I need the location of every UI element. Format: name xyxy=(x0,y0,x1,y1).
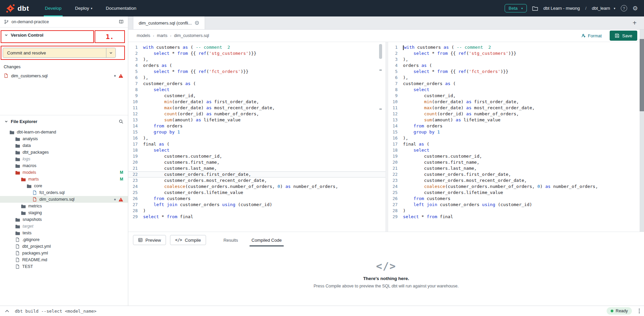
code-line-10[interactable]: 10 min(order_date) as first_order_date, xyxy=(128,99,385,105)
file-explorer-header[interactable]: File Explorer xyxy=(0,115,128,127)
tree-item-README.md[interactable]: README.md xyxy=(0,256,128,263)
code-line-10[interactable]: 10 min(order_date) as first_order_date, xyxy=(388,99,644,105)
code-line-17[interactable]: 17final as ( xyxy=(128,141,385,147)
code-line-27[interactable]: 27 left join customer_orders using (cust… xyxy=(388,202,644,208)
breadcrumb-marts[interactable]: marts xyxy=(157,33,167,38)
code-line-13[interactable]: 13 sum(amount) as lifetime_value xyxy=(388,117,644,123)
save-button[interactable]: Save xyxy=(610,31,637,41)
code-line-12[interactable]: 12 count(order_id) as number_of_orders, xyxy=(388,111,644,117)
code-line-6[interactable]: 6), xyxy=(388,75,644,81)
preview-button[interactable]: Preview xyxy=(133,235,166,245)
code-line-28[interactable]: 28) xyxy=(128,208,385,214)
code-line-14[interactable]: 14 from orders xyxy=(128,123,385,129)
tree-item-target[interactable]: target xyxy=(0,223,128,230)
search-icon[interactable] xyxy=(118,119,124,124)
status-badge[interactable]: Ready xyxy=(607,307,632,315)
command-input[interactable]: dbt build --select <model_name> xyxy=(15,309,601,314)
editor-pane-right[interactable]: 1with customers as ( -- comment 22 selec… xyxy=(388,42,644,232)
code-line-5[interactable]: 5 select * from {{ ref('fct_orders')}} xyxy=(128,69,385,75)
code-line-11[interactable]: 11 max(order_date) as most_recent_order_… xyxy=(388,105,644,111)
tab-dim-customers[interactable]: dim_customers.sql (confli... xyxy=(133,16,205,29)
tree-item-marts[interactable]: martsM xyxy=(0,176,128,183)
code-line-3[interactable]: 3), xyxy=(388,56,644,63)
code-line-9[interactable]: 9 customer_id, xyxy=(128,93,385,99)
tree-item-metrics[interactable]: metrics xyxy=(0,203,128,209)
account-name[interactable]: dbt Learn - mwong xyxy=(543,6,580,11)
commit-and-resolve-button[interactable]: Commit and resolve xyxy=(3,48,116,58)
code-line-28[interactable]: 28) xyxy=(388,208,644,214)
code-line-25[interactable]: 25 customer_orders.lifetime_value xyxy=(388,190,644,196)
code-line-1[interactable]: 1with customers as ( -- comment 2 xyxy=(388,44,644,50)
code-line-11[interactable]: 11 max(order_date) as most_recent_order_… xyxy=(128,105,385,111)
new-tab-button[interactable]: + xyxy=(633,19,637,26)
code-line-23[interactable]: 23 customer_orders.most_recent_order_dat… xyxy=(388,177,644,184)
code-line-8[interactable]: 8 select xyxy=(388,87,644,93)
tree-item-dbt_packages[interactable]: dbt_packages xyxy=(0,149,128,156)
code-line-5[interactable]: 5 select * from {{ ref('fct_orders')}} xyxy=(388,69,644,75)
page-scrollbar[interactable] xyxy=(640,30,644,232)
code-line-4[interactable]: 4orders as ( xyxy=(388,63,644,69)
nav-develop[interactable]: Develop xyxy=(44,0,63,16)
kebab-menu-icon[interactable] xyxy=(639,308,640,314)
tree-item-logs[interactable]: logs xyxy=(0,156,128,162)
compile-button[interactable]: </> Compile xyxy=(170,235,206,245)
code-line-2[interactable]: 2 select * from {{ ref('stg_customers')}… xyxy=(388,50,644,56)
code-line-22[interactable]: 22 customer_orders.first_order_date, xyxy=(388,171,644,177)
scrollbar-thumb[interactable] xyxy=(379,44,382,59)
code-line-1[interactable]: 1with customers as ( -- comment 2 xyxy=(128,44,385,50)
code-line-6[interactable]: 6), xyxy=(128,75,385,81)
code-line-23[interactable]: 23 customer_orders.most_recent_order_dat… xyxy=(128,177,385,184)
code-line-19[interactable]: 19 customers.customer_id, xyxy=(388,153,644,159)
breadcrumb-models[interactable]: models xyxy=(137,33,150,38)
code-line-21[interactable]: 21 customers.last_name, xyxy=(128,165,385,171)
code-line-22[interactable]: 22 customer_orders.first_order_date, xyxy=(128,171,385,177)
code-line-15[interactable]: 15 group by 1 xyxy=(388,129,644,135)
code-line-7[interactable]: 7customer_orders as ( xyxy=(128,81,385,87)
tree-item-snapshots[interactable]: snapshots xyxy=(0,216,128,223)
tree-item-fct_orders.sql[interactable]: fct_orders.sql xyxy=(0,189,128,196)
code-line-18[interactable]: 18 select xyxy=(128,147,385,153)
code-line-20[interactable]: 20 customers.first_name, xyxy=(388,159,644,165)
code-line-24[interactable]: 24 coalesce(customer_orders.number_of_or… xyxy=(128,184,385,190)
code-line-4[interactable]: 4orders as ( xyxy=(128,63,385,69)
code-line-18[interactable]: 18 select xyxy=(388,147,644,153)
settings-gear-icon[interactable]: ⚙ xyxy=(633,5,638,11)
tree-item-dim_customers.sql[interactable]: dim_customers.sql xyxy=(0,196,128,203)
code-line-15[interactable]: 15 group by 1 xyxy=(128,129,385,135)
beta-toggle[interactable]: Beta▾ xyxy=(505,4,527,12)
code-line-24[interactable]: 24 coalesce(customer_orders.number_of_or… xyxy=(388,184,644,190)
dbt-logo[interactable]: dbt xyxy=(6,4,29,13)
branch-row[interactable]: on-demand-practice xyxy=(0,16,128,28)
tree-item-staging[interactable]: staging xyxy=(0,209,128,216)
tree-item-models[interactable]: modelsM xyxy=(0,169,128,176)
code-line-2[interactable]: 2 select * from {{ ref('stg_customers')}… xyxy=(128,50,385,56)
code-line-21[interactable]: 21 customers.last_name, xyxy=(388,165,644,171)
code-line-13[interactable]: 13 sum(amount) as lifetime_value xyxy=(128,117,385,123)
code-line-19[interactable]: 19 customers.customer_id, xyxy=(128,153,385,159)
tab-compiled-code[interactable]: Compiled Code xyxy=(251,236,282,245)
tree-item-data[interactable]: data xyxy=(0,142,128,149)
version-control-header[interactable]: Version Control xyxy=(0,28,128,42)
nav-deploy[interactable]: Deploy▾ xyxy=(74,0,94,16)
commit-options-chevron[interactable] xyxy=(106,48,115,57)
code-line-9[interactable]: 9 customer_id, xyxy=(388,93,644,99)
code-line-3[interactable]: 3), xyxy=(128,56,385,63)
code-line-20[interactable]: 20 customers.first_name, xyxy=(128,159,385,165)
pane-divider[interactable] xyxy=(385,42,388,232)
changed-file-row[interactable]: dim_customers.sql xyxy=(0,72,128,79)
nav-documentation[interactable]: Documentation xyxy=(105,0,137,16)
docs-book-icon[interactable] xyxy=(118,19,124,24)
breadcrumb-file[interactable]: dim_customers.sql xyxy=(174,33,209,38)
editor-scrollbar[interactable] xyxy=(379,43,382,230)
tree-item-macros[interactable]: macros xyxy=(0,162,128,169)
code-line-7[interactable]: 7customer_orders as ( xyxy=(388,81,644,87)
code-line-14[interactable]: 14 from orders xyxy=(388,123,644,129)
tree-item-tests[interactable]: tests xyxy=(0,230,128,236)
project-selector[interactable]: dbt_learn▾ xyxy=(592,6,615,11)
chevron-up-icon[interactable] xyxy=(5,310,9,313)
code-line-16[interactable]: 16), xyxy=(128,135,385,141)
tree-item-analysis[interactable]: analysis xyxy=(0,135,128,142)
tree-item-TEST[interactable]: TEST xyxy=(0,263,128,270)
code-line-26[interactable]: 26 from customers xyxy=(128,196,385,202)
code-line-27[interactable]: 27 left join customer_orders using (cust… xyxy=(128,202,385,208)
